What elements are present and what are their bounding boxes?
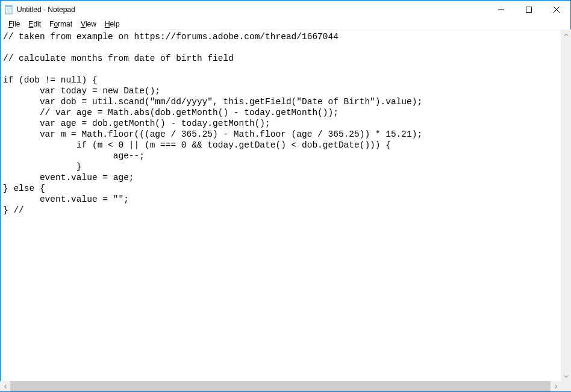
menubar: File Edit Format View Help (1, 19, 570, 30)
titlebar[interactable]: Untitled - Notepad (1, 1, 570, 19)
notepad-window: Untitled - Notepad File Edit Format View… (0, 0, 571, 392)
svg-rect-1 (5, 5, 12, 7)
window-title: Untitled - Notepad (17, 5, 75, 14)
minimize-button[interactable] (487, 1, 515, 19)
horizontal-scroll-thumb[interactable] (10, 381, 551, 391)
scrollbar-corner (561, 381, 571, 391)
svg-rect-7 (526, 7, 532, 13)
menu-help[interactable]: Help (101, 19, 124, 29)
close-button[interactable] (543, 1, 570, 19)
menu-file-rest: ile (13, 20, 20, 28)
menu-view-rest: iew (86, 20, 96, 28)
horizontal-scrollbar[interactable] (0, 381, 561, 391)
menu-help-rest: elp (110, 20, 120, 28)
menu-view[interactable]: View (76, 19, 101, 29)
menu-format[interactable]: Format (45, 19, 76, 29)
menu-edit[interactable]: Edit (24, 19, 45, 29)
window-controls (487, 1, 570, 19)
maximize-button[interactable] (515, 1, 543, 19)
menu-format-rest: rmat (58, 20, 72, 28)
notepad-icon (4, 5, 14, 14)
menu-file[interactable]: File (4, 19, 24, 29)
scroll-right-button[interactable] (551, 381, 561, 391)
horizontal-scroll-track[interactable] (10, 381, 551, 391)
scroll-up-button[interactable] (561, 30, 571, 40)
vertical-scrollbar[interactable] (561, 30, 571, 381)
vertical-scroll-track[interactable] (561, 40, 571, 371)
scroll-down-button[interactable] (561, 371, 571, 381)
menu-edit-rest: dit (33, 20, 41, 28)
editor-textarea[interactable]: // taken from example on https://forums.… (1, 30, 570, 391)
scroll-left-button[interactable] (0, 381, 10, 391)
editor-area-wrapper: // taken from example on https://forums.… (1, 30, 570, 391)
